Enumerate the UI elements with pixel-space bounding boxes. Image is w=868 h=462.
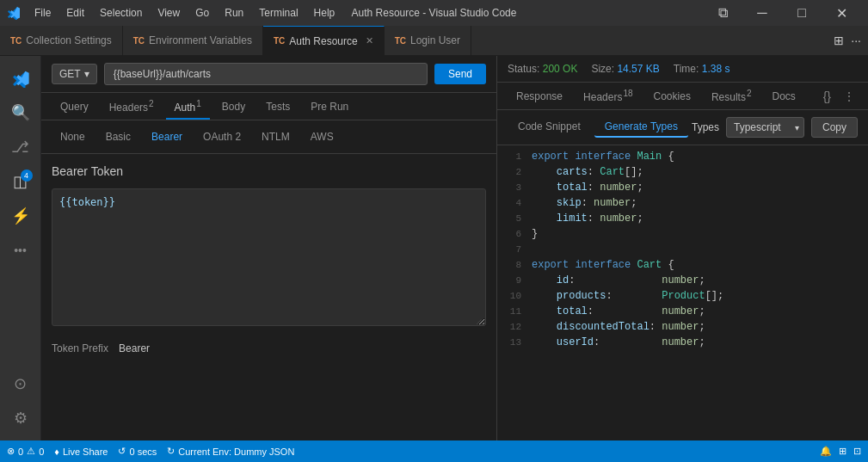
auth-oauth2[interactable]: OAuth 2 xyxy=(194,127,249,146)
bearer-section: Bearer Token {{token}} ⟋ Token Prefix Be… xyxy=(41,154,496,440)
error-icon: ⊗ xyxy=(7,446,15,457)
send-button[interactable]: Send xyxy=(434,64,486,84)
more-tabs-icon[interactable]: ··· xyxy=(851,34,861,47)
response-tab-cookies[interactable]: Cookies xyxy=(645,84,699,108)
response-tab-results[interactable]: Results2 xyxy=(703,83,760,109)
code-line-1: 1 export interface Main { xyxy=(497,149,868,164)
status-label: Status: 200 OK xyxy=(508,63,577,75)
auth-aws[interactable]: AWS xyxy=(302,127,342,146)
more-sidebar-icon[interactable]: ••• xyxy=(5,235,36,266)
code-line-5: 5 limit: number; xyxy=(497,211,868,226)
method-select[interactable]: GET ▾ xyxy=(52,64,97,84)
tab-icon: TC xyxy=(10,36,22,46)
menu-run[interactable]: Run xyxy=(218,5,250,21)
close-btn[interactable]: ✕ xyxy=(822,0,861,26)
status-icon-2[interactable]: ⊡ xyxy=(853,446,861,457)
tab-environment-variables[interactable]: TC Environment Variables xyxy=(123,26,263,56)
warning-count: 0 xyxy=(39,447,44,457)
url-input[interactable] xyxy=(104,63,428,85)
env-status[interactable]: ↻ Current Env: Dummy JSON xyxy=(167,446,294,457)
tab-close-icon[interactable]: ✕ xyxy=(366,35,373,46)
subtab-body[interactable]: Body xyxy=(213,95,254,119)
copy-button[interactable]: Copy xyxy=(811,117,858,138)
status-icon-1[interactable]: ⊞ xyxy=(839,446,846,457)
layout-btn[interactable]: ⧉ xyxy=(703,0,742,26)
code-line-7: 7 xyxy=(497,242,868,257)
live-share-status[interactable]: ♦ Live Share xyxy=(54,447,108,457)
tab-login-user[interactable]: TC Login User xyxy=(385,26,471,56)
tab-auth-resource[interactable]: TC Auth Resource ✕ xyxy=(263,26,385,56)
auth-none[interactable]: None xyxy=(52,127,94,146)
subtab-tests[interactable]: Tests xyxy=(257,95,299,119)
code-line-3: 3 total: number; xyxy=(497,180,868,195)
logo-icon[interactable] xyxy=(5,63,36,94)
settings-icon[interactable]: ⚙ xyxy=(5,403,36,434)
code-line-10: 10 products: Product[]; xyxy=(497,288,868,304)
auth-tabs: None Basic Bearer OAuth 2 NTLM AWS xyxy=(41,120,496,154)
search-icon[interactable]: 🔍 xyxy=(5,97,36,128)
subtab-query[interactable]: Query xyxy=(52,95,97,119)
code-line-4: 4 skip: number; xyxy=(497,195,868,211)
tab-icon: TC xyxy=(395,36,406,46)
split-editor-icon[interactable]: ⊞ xyxy=(834,34,844,47)
account-icon[interactable]: ⊙ xyxy=(5,368,36,399)
tab-label: Environment Variables xyxy=(149,34,252,46)
auth-ntlm[interactable]: NTLM xyxy=(253,127,299,146)
environment-icon[interactable]: ⚡ xyxy=(5,200,36,231)
env-icon: ↻ xyxy=(167,446,175,457)
type-tab-code-snippet[interactable]: Code Snippet xyxy=(508,117,591,138)
token-prefix-label: Token Prefix xyxy=(52,342,108,354)
error-count: 0 xyxy=(18,447,23,457)
minimize-btn[interactable]: ─ xyxy=(742,0,782,26)
size-label: Size: 14.57 KB xyxy=(591,63,659,75)
auth-basic[interactable]: Basic xyxy=(97,127,139,146)
type-tab-generate-types[interactable]: Generate Types xyxy=(594,117,688,138)
notifications-icon[interactable]: 🔔 xyxy=(820,446,832,457)
auth-bearer[interactable]: Bearer xyxy=(143,127,191,146)
collection-icon[interactable]: ◫ 4 xyxy=(5,166,36,197)
token-prefix-value: Bearer xyxy=(119,342,150,354)
lang-select[interactable]: Typescript JavaScript Python xyxy=(726,117,804,138)
menu-go[interactable]: Go xyxy=(188,5,216,21)
subtab-pre-run[interactable]: Pre Run xyxy=(302,95,357,119)
more-actions-icon[interactable]: ⋮ xyxy=(840,87,858,106)
tab-label: Login User xyxy=(410,34,460,46)
code-line-6: 6 } xyxy=(497,226,868,242)
response-tab-docs[interactable]: Docs xyxy=(763,84,803,108)
menu-help[interactable]: Help xyxy=(307,5,342,21)
timer-label: 0 secs xyxy=(129,447,157,457)
tab-label: Auth Resource xyxy=(289,35,357,47)
code-line-2: 2 carts: Cart[]; xyxy=(497,164,868,180)
response-tab-headers[interactable]: Headers18 xyxy=(575,83,641,109)
code-line-8: 8 export interface Cart { xyxy=(497,257,868,273)
maximize-btn[interactable]: □ xyxy=(782,0,822,26)
menu-file[interactable]: File xyxy=(28,5,58,21)
menu-selection[interactable]: Selection xyxy=(93,5,149,21)
menu-edit[interactable]: Edit xyxy=(59,5,91,21)
window-title: Auth Resource - Visual Studio Code xyxy=(352,7,517,19)
url-bar: GET ▾ Send xyxy=(41,56,496,93)
subtab-headers[interactable]: Headers2 xyxy=(101,93,163,120)
source-control-icon[interactable]: ⎇ xyxy=(5,132,36,163)
types-label: Types xyxy=(692,121,719,133)
time-label: Time: 1.38 s xyxy=(674,63,730,75)
tab-label: Collection Settings xyxy=(26,34,111,46)
braces-icon[interactable]: {} xyxy=(821,87,834,106)
resize-handle-icon: ⟋ xyxy=(475,317,483,326)
subtab-auth[interactable]: Auth1 xyxy=(166,93,210,120)
tab-collection-settings[interactable]: TC Collection Settings xyxy=(0,26,123,56)
live-share-icon: ♦ xyxy=(54,447,59,457)
code-line-11: 11 total: number; xyxy=(497,304,868,319)
timer-status[interactable]: ↺ 0 secs xyxy=(118,446,157,457)
bottom-status-bar: ⊗ 0 ⚠ 0 ♦ Live Share ↺ 0 secs ↻ Current … xyxy=(0,440,868,462)
menu-view[interactable]: View xyxy=(151,5,187,21)
env-label: Current Env: Dummy JSON xyxy=(178,447,294,457)
response-tab-response[interactable]: Response xyxy=(508,84,571,108)
token-input[interactable]: {{token}} xyxy=(52,188,486,326)
tabs-bar: TC Collection Settings TC Environment Va… xyxy=(0,26,868,56)
error-status[interactable]: ⊗ 0 ⚠ 0 xyxy=(7,446,44,457)
live-share-label: Live Share xyxy=(63,447,108,457)
code-area: 1 export interface Main { 2 carts: Cart[… xyxy=(497,145,868,440)
warning-icon: ⚠ xyxy=(27,446,35,457)
menu-terminal[interactable]: Terminal xyxy=(252,5,305,21)
